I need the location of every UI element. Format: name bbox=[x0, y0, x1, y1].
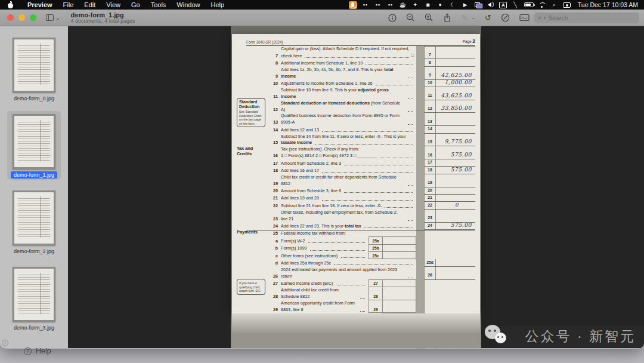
inner-amount-cell bbox=[383, 251, 416, 259]
handwritten-amount: 575.00 bbox=[450, 221, 472, 229]
apple-logo-icon[interactable] bbox=[7, 2, 14, 8]
rotate-left-button[interactable]: ↺ bbox=[485, 14, 491, 21]
user-switch-icon[interactable] bbox=[563, 1, 571, 9]
close-button[interactable] bbox=[7, 14, 14, 21]
thumbnail-image[interactable] bbox=[13, 38, 55, 93]
menu-window[interactable]: Window bbox=[171, 0, 205, 10]
line-number-box: 24 bbox=[424, 223, 436, 230]
inner-line-box: 25a bbox=[369, 236, 383, 244]
volume-icon[interactable] bbox=[487, 1, 495, 9]
photo-desk-area bbox=[232, 313, 480, 348]
sidebar-toggle-button[interactable]: ⌄ bbox=[46, 14, 60, 21]
amount-cell bbox=[436, 267, 475, 280]
thumbnail-image[interactable] bbox=[13, 114, 55, 169]
row-text: Add lines 25d, 26, and 32. These are you… bbox=[281, 348, 416, 349]
form-row-11: 11Subtract line 10 from line 9. This is … bbox=[270, 87, 475, 100]
thumbnail-sidebar: demo-form_0.jpgdemo-form_1.jpgdemo-form_… bbox=[0, 26, 68, 348]
play-circle-icon[interactable]: ▶ bbox=[462, 1, 470, 9]
line-number-box: 21 bbox=[424, 195, 436, 202]
standard-deduction-note: Standard Deduction See Standard Deductio… bbox=[237, 98, 265, 127]
handwritten-amount: 43,625.00 bbox=[441, 91, 472, 100]
row-number: 21 bbox=[270, 195, 281, 202]
pen-chevron-icon[interactable]: ⌄ bbox=[471, 15, 475, 20]
sign-button[interactable] bbox=[519, 14, 530, 21]
info-button[interactable] bbox=[388, 14, 397, 22]
row-number: 27 bbox=[270, 281, 281, 287]
thumbnail-demo-form_2.jpg[interactable]: demo-form_2.jpg bbox=[7, 187, 61, 256]
thumbnail-image[interactable] bbox=[13, 190, 55, 245]
menu-help[interactable]: Help bbox=[205, 0, 230, 10]
inner-line-box: 27 bbox=[369, 279, 383, 287]
row-text: Form(s) 1099 bbox=[281, 245, 369, 252]
form-row-16: 16Tax (see instructions). Check if any f… bbox=[270, 146, 475, 159]
menu-edit[interactable]: Edit bbox=[79, 0, 101, 10]
thumbnail-demo-form_3.jpg[interactable]: demo-form_3.jpg bbox=[7, 264, 61, 333]
add-page-icon[interactable]: + bbox=[2, 340, 8, 346]
share-button[interactable] bbox=[443, 13, 451, 22]
row-text: Child tax credit or credit for other dep… bbox=[281, 174, 416, 187]
bell-icon[interactable]: ● bbox=[436, 1, 445, 9]
form-row-28: 28Additional child tax credit from Sched… bbox=[270, 287, 475, 300]
spotlight-icon[interactable]: ⌕ bbox=[550, 1, 559, 9]
amount-cell bbox=[436, 113, 475, 126]
zoom-in-button[interactable] bbox=[425, 13, 434, 22]
row-text: Qualified business income deduction from… bbox=[281, 113, 416, 126]
wifi-icon[interactable] bbox=[538, 1, 546, 9]
markup-toolbar-button[interactable] bbox=[501, 13, 510, 22]
screen-mirroring-icon[interactable] bbox=[474, 1, 482, 9]
document-photo[interactable]: Form 1040-SR (2024) Page 2 7Capital gain… bbox=[231, 26, 481, 348]
search-input[interactable] bbox=[548, 14, 620, 21]
record-icon[interactable]: ◉ bbox=[424, 1, 432, 9]
menu-file[interactable]: File bbox=[58, 0, 79, 10]
line-number-box: 14 bbox=[424, 126, 436, 133]
form-header: Form 1040-SR (2024) Page 2 bbox=[246, 38, 475, 46]
battery-icon[interactable] bbox=[524, 1, 534, 9]
handwritten-amount: 9,775.00 bbox=[445, 137, 472, 146]
app-dots-3-icon[interactable]: ▪▪ bbox=[386, 1, 395, 9]
help-menu-item[interactable]: ? Help bbox=[24, 347, 51, 355]
row-number: c bbox=[270, 253, 281, 260]
coffee-icon[interactable]: ☕ bbox=[399, 1, 407, 9]
zoom-out-button[interactable] bbox=[406, 13, 415, 22]
form-row-15: 15Subtract line 14 from line 11. If zero… bbox=[270, 134, 475, 147]
line-number-box: 25d bbox=[424, 259, 436, 266]
menu-view[interactable]: View bbox=[101, 0, 126, 10]
app-dots-1-icon[interactable]: ▪▪ bbox=[361, 1, 370, 9]
pen-icon[interactable]: ╲ bbox=[512, 1, 520, 9]
minimize-button[interactable] bbox=[18, 14, 25, 21]
input-source-icon[interactable]: A bbox=[499, 1, 507, 9]
search-icon: ⌕ bbox=[538, 14, 541, 21]
row-number: a bbox=[270, 238, 281, 245]
status-icons: ▪▪▪▪▪▪☕✦◉●☾▶ A ╲ ⌕ Tue Dec 17 10:03 AM bbox=[349, 1, 644, 9]
row-text: Additional income from Schedule 1, line … bbox=[281, 60, 416, 67]
search-field[interactable]: ⌕ ∨ bbox=[534, 13, 639, 23]
row-text: Amount from Schedule 2, line 3 bbox=[281, 161, 416, 167]
row-number: 26 bbox=[270, 273, 281, 280]
form-row-17: 17Amount from Schedule 2, line 317 bbox=[270, 159, 475, 167]
thumbnail-demo-form_0.jpg[interactable]: demo-form_0.jpg bbox=[7, 35, 61, 103]
row-number: 20 bbox=[270, 188, 281, 195]
amount-cell: 0 bbox=[436, 202, 475, 209]
sidebar-icon bbox=[46, 14, 54, 21]
app-dots-2-icon[interactable]: ▪▪ bbox=[374, 1, 382, 9]
row-text: American opportunity credit from Form 88… bbox=[281, 300, 369, 313]
row-text: Adjustments to income from Schedule 1, l… bbox=[281, 81, 416, 87]
thumbnail-demo-form_1.jpg[interactable]: demo-form_1.jpg bbox=[7, 111, 61, 180]
menu-clock[interactable]: Tue Dec 17 10:03 AM bbox=[578, 1, 638, 8]
row-number: 24 bbox=[270, 223, 281, 230]
thumbnail-image[interactable] bbox=[13, 267, 55, 322]
menu-go[interactable]: Go bbox=[126, 0, 145, 10]
hand-icon[interactable]: ✦ bbox=[411, 1, 420, 9]
row-number: d bbox=[270, 260, 281, 267]
highlight-pen-icon[interactable]: ✎ bbox=[461, 14, 467, 21]
focus-moon-icon[interactable]: ☾ bbox=[449, 1, 457, 9]
microphone-icon[interactable] bbox=[349, 1, 357, 9]
menu-app-name[interactable]: Preview bbox=[22, 0, 58, 10]
form-row-7: 7Capital gain or (loss). Attach Schedule… bbox=[270, 46, 475, 59]
row-text: Subtract line 21 from line 18. If zero o… bbox=[281, 203, 416, 210]
row-text: 2024 estimated tax payments and amount a… bbox=[281, 267, 416, 280]
zoom-button[interactable] bbox=[30, 14, 36, 21]
menu-tools[interactable]: Tools bbox=[145, 0, 172, 10]
form-row-8: 8Additional income from Schedule 1, line… bbox=[270, 59, 475, 66]
form-row-23: 23Other taxes, including self-employment… bbox=[270, 210, 475, 223]
